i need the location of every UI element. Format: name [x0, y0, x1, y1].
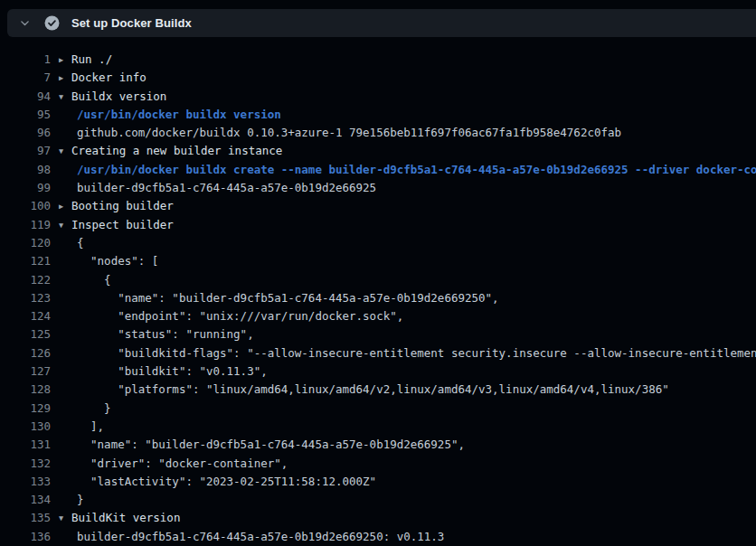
log-text: github.com/docker/buildx 0.10.3+azure-1 …: [77, 124, 621, 142]
log-line[interactable]: 134 }: [0, 491, 756, 509]
check-circle-icon: [44, 15, 60, 31]
log-line[interactable]: 136 builder-d9cfb5a1-c764-445a-a57e-0b19…: [0, 528, 756, 546]
chevron-right-icon[interactable]: ▶: [59, 197, 71, 215]
log-text: /usr/bin/docker buildx version: [77, 106, 281, 124]
log-line[interactable]: 135 ▼ BuildKit version: [0, 509, 756, 527]
log-line[interactable]: 119 ▼ Inspect builder: [0, 216, 756, 234]
log-line[interactable]: 99 builder-d9cfb5a1-c764-445a-a57e-0b19d…: [0, 179, 756, 197]
arrow-slot-empty: [59, 234, 71, 252]
line-number[interactable]: 127: [0, 362, 51, 381]
line-number[interactable]: 95: [0, 106, 51, 124]
log-line[interactable]: 125 "status": "running",: [0, 325, 756, 344]
line-number[interactable]: 130: [0, 418, 51, 436]
log-text: BuildKit version: [71, 509, 180, 527]
log-text: "buildkit": "v0.11.3",: [77, 362, 268, 381]
arrow-slot-empty: [59, 362, 71, 381]
line-number[interactable]: 124: [0, 307, 51, 325]
arrow-slot-empty: [59, 325, 71, 344]
line-number[interactable]: 96: [0, 124, 51, 142]
log-line[interactable]: 100 ▶ Booting builder: [0, 197, 756, 215]
line-number[interactable]: 98: [0, 161, 51, 179]
line-number[interactable]: 97: [0, 142, 51, 160]
log-text: "endpoint": "unix:///var/run/docker.sock…: [77, 307, 403, 325]
line-number[interactable]: 122: [0, 271, 51, 289]
log-text: "name": "builder-d9cfb5a1-c764-445a-a57e…: [77, 289, 499, 307]
log-text: }: [77, 400, 111, 418]
arrow-slot-empty: [59, 271, 71, 289]
log-line[interactable]: 126 "buildkitd-flags": "--allow-insecure…: [0, 344, 756, 362]
log-line[interactable]: 133 "lastActivity": "2023-02-25T11:58:12…: [0, 473, 756, 491]
log-text: /usr/bin/docker buildx create --name bui…: [77, 161, 756, 179]
line-number[interactable]: 7: [0, 69, 51, 87]
arrow-slot-empty: [59, 491, 71, 509]
step-header[interactable]: Set up Docker Buildx: [7, 9, 756, 37]
log-lines: 1 ▶ Run ./ 7 ▶ Docker info 94 ▼ Buildx v…: [0, 37, 756, 546]
log-line[interactable]: 1 ▶ Run ./: [0, 51, 756, 69]
chevron-down-icon[interactable]: ▼: [59, 216, 71, 234]
line-number[interactable]: 125: [0, 325, 51, 344]
log-line[interactable]: 131 "name": "builder-d9cfb5a1-c764-445a-…: [0, 436, 756, 454]
log-line[interactable]: 120 {: [0, 234, 756, 252]
log-line[interactable]: 130 ],: [0, 418, 756, 436]
arrow-slot-empty: [59, 418, 71, 436]
line-number[interactable]: 120: [0, 234, 51, 252]
log-text: builder-d9cfb5a1-c764-445a-a57e-0b19d2e6…: [77, 179, 376, 197]
chevron-right-icon[interactable]: ▶: [59, 51, 71, 69]
log-text: {: [77, 271, 111, 289]
arrow-slot-empty: [59, 307, 71, 325]
arrow-slot-empty: [59, 436, 71, 454]
log-line[interactable]: 121 "nodes": [: [0, 252, 756, 270]
log-line[interactable]: 96 github.com/docker/buildx 0.10.3+azure…: [0, 124, 756, 142]
line-number[interactable]: 1: [0, 51, 51, 69]
arrow-slot-empty: [59, 289, 71, 307]
arrow-slot-empty: [59, 400, 71, 418]
log-line[interactable]: 95 /usr/bin/docker buildx version: [0, 106, 756, 124]
log-line[interactable]: 122 {: [0, 271, 756, 289]
arrow-slot-empty: [59, 455, 71, 473]
line-number[interactable]: 136: [0, 528, 51, 546]
log-line[interactable]: 132 "driver": "docker-container",: [0, 455, 756, 473]
line-number[interactable]: 134: [0, 491, 51, 509]
arrow-slot-empty: [59, 252, 71, 270]
log-line[interactable]: 97 ▼ Creating a new builder instance: [0, 142, 756, 160]
line-number[interactable]: 133: [0, 473, 51, 491]
log-text: }: [77, 491, 84, 509]
line-number[interactable]: 94: [0, 88, 51, 106]
line-number[interactable]: 99: [0, 179, 51, 197]
line-number[interactable]: 121: [0, 252, 51, 270]
log-line[interactable]: 127 "buildkit": "v0.11.3",: [0, 362, 756, 381]
line-number[interactable]: 100: [0, 197, 51, 215]
chevron-down-icon[interactable]: ▼: [59, 509, 71, 527]
line-number[interactable]: 129: [0, 400, 51, 418]
arrow-slot-empty: [59, 179, 71, 197]
log-line[interactable]: 98 /usr/bin/docker buildx create --name …: [0, 161, 756, 179]
arrow-slot-empty: [59, 344, 71, 362]
line-number[interactable]: 128: [0, 381, 51, 399]
log-line[interactable]: 123 "name": "builder-d9cfb5a1-c764-445a-…: [0, 289, 756, 307]
chevron-down-icon[interactable]: ▼: [59, 142, 71, 160]
line-number[interactable]: 132: [0, 455, 51, 473]
log-line[interactable]: 124 "endpoint": "unix:///var/run/docker.…: [0, 307, 756, 325]
log-line[interactable]: 129 }: [0, 400, 756, 418]
chevron-down-icon[interactable]: ▼: [59, 88, 71, 106]
line-number[interactable]: 131: [0, 436, 51, 454]
log-text: "status": "running",: [77, 325, 254, 344]
arrow-slot-empty: [59, 381, 71, 399]
log-line[interactable]: 128 "platforms": "linux/amd64,linux/amd6…: [0, 381, 756, 399]
log-line[interactable]: 7 ▶ Docker info: [0, 69, 756, 87]
log-text: Booting builder: [71, 197, 174, 215]
step-title: Set up Docker Buildx: [71, 16, 192, 30]
log-text: "nodes": [: [77, 252, 158, 270]
log-line[interactable]: 94 ▼ Buildx version: [0, 88, 756, 106]
line-number[interactable]: 126: [0, 344, 51, 362]
line-number[interactable]: 123: [0, 289, 51, 307]
log-text: Run ./: [71, 51, 112, 69]
log-text: Inspect builder: [71, 216, 174, 234]
line-number[interactable]: 119: [0, 216, 51, 234]
line-number[interactable]: 135: [0, 509, 51, 527]
log-text: "driver": "docker-container",: [77, 455, 288, 473]
chevron-right-icon[interactable]: ▶: [59, 69, 71, 87]
arrow-slot-empty: [59, 528, 71, 546]
chevron-down-icon[interactable]: [19, 17, 31, 29]
log-text: ],: [77, 418, 104, 436]
